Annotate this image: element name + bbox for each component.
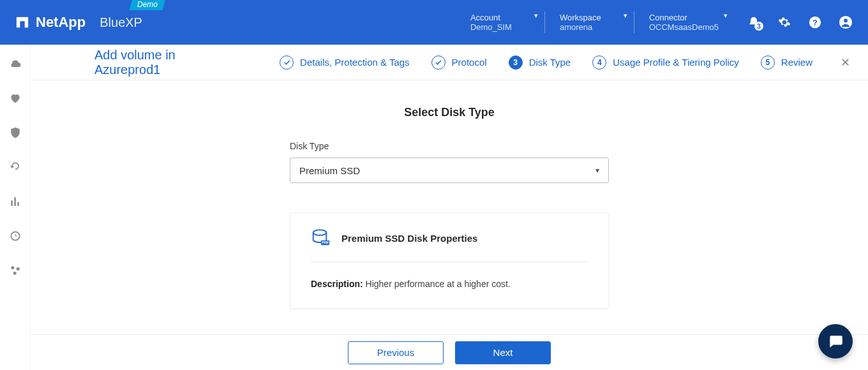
close-wizard-button[interactable]: ✕ <box>841 56 850 70</box>
health-icon[interactable] <box>9 92 22 105</box>
gear-icon <box>778 16 791 29</box>
disk-type-value: Premium SSD <box>299 165 360 176</box>
step-label: Review <box>781 57 812 68</box>
card-description: Description: Higher performance at a hig… <box>311 262 588 289</box>
step-number: 4 <box>592 56 606 70</box>
svg-point-5 <box>11 266 14 269</box>
svg-text:?: ? <box>812 18 818 27</box>
user-icon <box>839 15 853 29</box>
step-protocol[interactable]: Protocol <box>431 56 487 70</box>
svg-text:PRM: PRM <box>322 241 328 244</box>
help-icon: ? <box>808 15 822 29</box>
disk-type-form: Disk Type Premium SSD ▾ PRM Premium SSD … <box>290 141 609 309</box>
section-title: Select Disk Type <box>404 106 495 119</box>
step-label: Protocol <box>452 57 487 68</box>
wizard-footer: Previous Next <box>31 334 868 370</box>
chevron-down-icon: ▾ <box>595 166 599 175</box>
check-icon <box>434 58 442 66</box>
wizard-steps: Details, Protection & Tags Protocol 3 Di… <box>280 56 850 70</box>
wizard-content: Select Disk Type Disk Type Premium SSD ▾… <box>31 80 868 334</box>
brand-block[interactable]: NetApp BlueXP <box>15 14 142 31</box>
disk-type-select[interactable]: Premium SSD ▾ <box>290 158 609 183</box>
app-header: Demo NetApp BlueXP Account Demo_SIM ▾ Wo… <box>0 0 868 45</box>
chevron-down-icon: ▾ <box>534 11 538 20</box>
check-icon <box>283 58 291 66</box>
step-details[interactable]: Details, Protection & Tags <box>280 56 409 70</box>
notifications-button[interactable]: 3 <box>747 15 761 29</box>
account-label: Account <box>470 13 529 22</box>
sync-icon[interactable] <box>9 230 22 242</box>
cloud-icon[interactable] <box>9 57 22 70</box>
previous-button[interactable]: Previous <box>348 341 444 364</box>
profile-button[interactable] <box>839 15 853 29</box>
svg-point-8 <box>313 230 327 235</box>
settings-button[interactable] <box>777 15 791 29</box>
connector-selector[interactable]: Connector OCCMsaasDemo5 ▾ <box>634 0 734 45</box>
shield-icon[interactable] <box>9 126 22 139</box>
svg-point-3 <box>844 18 848 22</box>
chat-fab[interactable] <box>818 324 853 359</box>
disk-type-label: Disk Type <box>290 141 609 151</box>
chevron-down-icon: ▾ <box>724 11 728 20</box>
connector-value: OCCMsaasDemo5 <box>649 22 719 32</box>
account-selector[interactable]: Account Demo_SIM ▾ <box>455 0 544 45</box>
workspace-selector[interactable]: Workspace amorena ▾ <box>544 0 634 45</box>
notification-count: 3 <box>754 22 763 31</box>
header-actions: 3 ? <box>747 15 853 29</box>
step-review[interactable]: 5 Review <box>761 56 812 70</box>
step-label: Usage Profile & Tiering Policy <box>613 57 739 68</box>
disk-properties-card: PRM Premium SSD Disk Properties Descript… <box>290 212 609 309</box>
demo-tag: Demo <box>130 0 166 10</box>
wizard-header: Add volume in Azureprod1 Details, Protec… <box>31 45 868 80</box>
step-disk-type[interactable]: 3 Disk Type <box>509 56 571 70</box>
product-name: BlueXP <box>100 15 142 30</box>
chat-icon <box>827 333 844 350</box>
connector-label: Connector <box>649 13 719 22</box>
integrations-icon[interactable] <box>9 264 22 277</box>
svg-point-6 <box>16 267 19 270</box>
wizard-title: Add volume in Azureprod1 <box>94 48 241 77</box>
context-selectors: Account Demo_SIM ▾ Workspace amorena ▾ C… <box>455 0 734 45</box>
chevron-down-icon: ▾ <box>624 11 627 20</box>
backup-icon[interactable] <box>9 161 22 174</box>
disk-icon: PRM <box>311 228 330 248</box>
reports-icon[interactable] <box>9 195 22 208</box>
svg-point-7 <box>13 272 16 275</box>
workspace-value: amorena <box>560 22 618 32</box>
step-label: Disk Type <box>529 57 571 68</box>
step-number: 5 <box>761 56 775 70</box>
help-button[interactable]: ? <box>808 15 822 29</box>
workspace-label: Workspace <box>560 13 618 22</box>
step-number: 3 <box>509 56 523 70</box>
brand-name: NetApp <box>36 14 86 31</box>
account-value: Demo_SIM <box>470 22 529 32</box>
side-rail <box>0 45 31 370</box>
step-label: Details, Protection & Tags <box>300 57 409 68</box>
next-button[interactable]: Next <box>455 341 551 364</box>
card-title: Premium SSD Disk Properties <box>341 233 477 244</box>
netapp-logo-icon <box>15 15 29 29</box>
step-usage-profile[interactable]: 4 Usage Profile & Tiering Policy <box>592 56 739 70</box>
